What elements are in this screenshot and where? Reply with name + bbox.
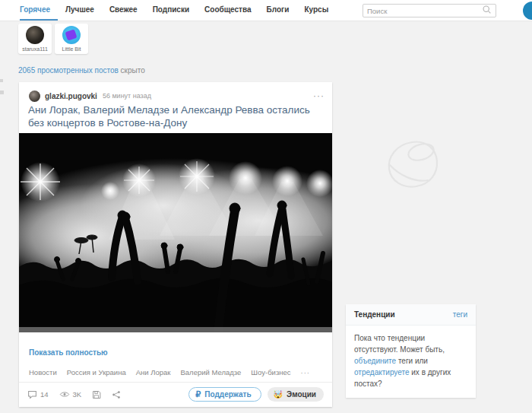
tab-fresh[interactable]: Свежее xyxy=(102,0,145,21)
post-header: glazki.pugovki 56 минут назад ··· xyxy=(29,90,325,102)
merge-tags-link[interactable]: объедините xyxy=(354,357,396,365)
views-stat: 3K xyxy=(59,389,82,399)
tag[interactable]: Шоу-бизнес xyxy=(251,368,290,376)
show-full-link[interactable]: Показать полностью xyxy=(29,348,108,357)
hidden-posts-line: 2065 просмотренных постов скрыто xyxy=(18,66,145,75)
tab-subscriptions[interactable]: Подписки xyxy=(145,0,197,21)
trends-body: Пока что тенденции отсутствуют. Может бы… xyxy=(346,326,476,398)
tag[interactable]: Россия и Украина xyxy=(67,368,126,376)
pikabu-logo-watermark-icon xyxy=(383,138,441,192)
search-input[interactable] xyxy=(367,7,482,15)
post-image-concert-photo[interactable] xyxy=(19,133,332,332)
tag[interactable]: Ани Лорак xyxy=(136,368,171,376)
edit-tags-link[interactable]: отредактируете xyxy=(354,368,409,376)
profile-avatar[interactable] xyxy=(523,2,532,20)
post-time: 56 минут назад xyxy=(103,92,151,100)
author-avatar[interactable] xyxy=(29,91,40,102)
emoji-icon: 🤯 xyxy=(274,390,283,399)
views-count: 3K xyxy=(73,390,82,399)
tag[interactable]: Новости xyxy=(29,368,57,376)
story-name: Little Bit xyxy=(62,46,81,52)
search-box xyxy=(363,4,496,17)
tab-courses[interactable]: Курсы xyxy=(296,0,336,21)
comments-count: 14 xyxy=(40,390,49,399)
top-navigation-bar: Горячее Лучшее Свежее Подписки Сообществ… xyxy=(0,0,532,21)
tag[interactable]: Валерий Меладзе xyxy=(180,368,241,376)
trends-text: теги или xyxy=(396,357,428,365)
comment-icon xyxy=(27,389,37,399)
trends-header: Тенденции теги xyxy=(346,304,476,326)
clipped-edge-icon xyxy=(0,91,4,94)
hidden-suffix: скрыто xyxy=(119,66,145,75)
trends-tags-link[interactable]: теги xyxy=(453,310,467,319)
story-name: staruxa111 xyxy=(22,46,48,52)
author-name[interactable]: glazki.pugovki xyxy=(45,92,97,100)
comments-stat[interactable]: 14 xyxy=(27,389,49,399)
eye-icon xyxy=(59,389,70,399)
story-tile-staruxa111[interactable]: staruxa111 xyxy=(18,24,52,54)
post-tags: Новости Россия и Украина Ани Лорак Валер… xyxy=(29,368,323,376)
story-avatar xyxy=(62,26,81,44)
trends-text: Пока что тенденции отсутствуют. Может бы… xyxy=(354,334,445,354)
share-icon xyxy=(112,390,121,399)
nav-tabs: Горячее Лучшее Свежее Подписки Сообществ… xyxy=(20,0,336,21)
viewed-posts-link[interactable]: 2065 просмотренных постов xyxy=(18,66,119,75)
post-menu-dots-icon[interactable]: ··· xyxy=(313,92,325,100)
tab-blogs[interactable]: Блоги xyxy=(259,0,297,21)
recommended-users-row: staruxa111 Little Bit xyxy=(18,24,88,54)
post-action-bar: 14 3K xyxy=(19,382,332,407)
share-post-button[interactable] xyxy=(112,390,121,399)
tab-communities[interactable]: Сообщества xyxy=(197,0,259,21)
ruble-icon: ₽ xyxy=(195,389,201,399)
post-title[interactable]: Ани Лорак, Валерий Меладзе и Александр Р… xyxy=(28,103,325,129)
story-tile-little-bit[interactable]: Little Bit xyxy=(55,24,88,54)
trends-card: Тенденции теги Пока что тенденции отсутс… xyxy=(346,304,476,398)
search-icon[interactable] xyxy=(482,4,492,17)
trends-title: Тенденции xyxy=(354,310,395,319)
save-icon xyxy=(92,390,101,399)
clipped-edge-icon xyxy=(0,79,3,82)
support-button[interactable]: ₽ Поддержать xyxy=(188,387,261,402)
more-tags-dots-icon[interactable]: ··· xyxy=(301,368,311,376)
tab-best[interactable]: Лучшее xyxy=(58,0,102,21)
post-card: glazki.pugovki 56 минут назад ··· Ани Ло… xyxy=(19,82,332,407)
emotions-label: Эмоции xyxy=(287,390,316,399)
story-avatar xyxy=(26,26,44,44)
save-post-button[interactable] xyxy=(92,390,101,399)
emotions-button[interactable]: 🤯 Эмоции xyxy=(268,387,324,402)
support-label: Поддержать xyxy=(204,390,251,399)
tab-hot[interactable]: Горячее xyxy=(20,0,58,21)
